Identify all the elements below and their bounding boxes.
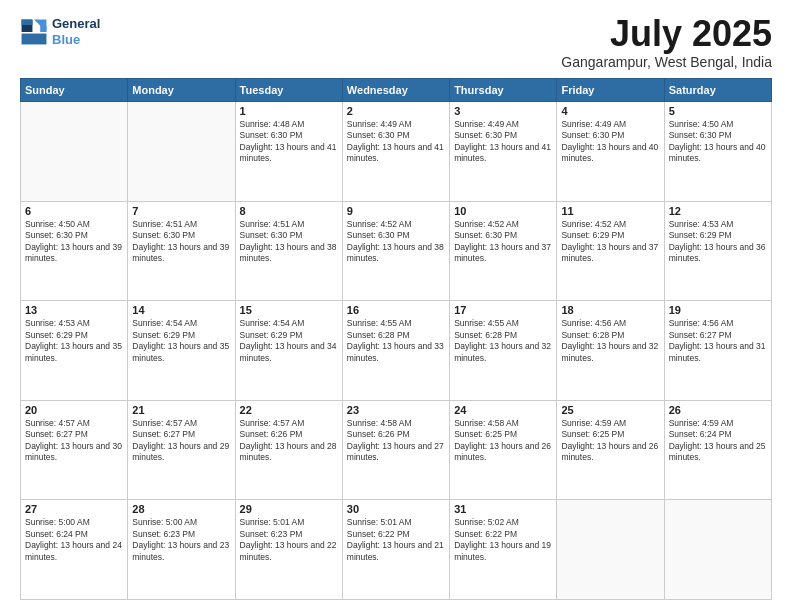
day-info: Sunrise: 4:50 AMSunset: 6:30 PMDaylight:…	[25, 219, 123, 265]
table-row	[557, 500, 664, 600]
day-info: Sunrise: 4:49 AMSunset: 6:30 PMDaylight:…	[454, 119, 552, 165]
day-number: 7	[132, 205, 230, 217]
day-info: Sunrise: 4:52 AMSunset: 6:29 PMDaylight:…	[561, 219, 659, 265]
day-info: Sunrise: 4:54 AMSunset: 6:29 PMDaylight:…	[240, 318, 338, 364]
table-row: 2Sunrise: 4:49 AMSunset: 6:30 PMDaylight…	[342, 102, 449, 202]
table-row	[664, 500, 771, 600]
table-row: 9Sunrise: 4:52 AMSunset: 6:30 PMDaylight…	[342, 201, 449, 301]
table-row: 14Sunrise: 4:54 AMSunset: 6:29 PMDayligh…	[128, 301, 235, 401]
day-number: 5	[669, 105, 767, 117]
table-row: 21Sunrise: 4:57 AMSunset: 6:27 PMDayligh…	[128, 400, 235, 500]
day-info: Sunrise: 4:56 AMSunset: 6:27 PMDaylight:…	[669, 318, 767, 364]
table-row: 18Sunrise: 4:56 AMSunset: 6:28 PMDayligh…	[557, 301, 664, 401]
day-number: 3	[454, 105, 552, 117]
header-thursday: Thursday	[450, 79, 557, 102]
logo-text: General Blue	[52, 16, 100, 47]
day-info: Sunrise: 4:52 AMSunset: 6:30 PMDaylight:…	[454, 219, 552, 265]
day-number: 9	[347, 205, 445, 217]
day-number: 1	[240, 105, 338, 117]
calendar-table: Sunday Monday Tuesday Wednesday Thursday…	[20, 78, 772, 600]
logo-icon	[20, 18, 48, 46]
day-number: 11	[561, 205, 659, 217]
calendar-week-row: 1Sunrise: 4:48 AMSunset: 6:30 PMDaylight…	[21, 102, 772, 202]
day-info: Sunrise: 4:49 AMSunset: 6:30 PMDaylight:…	[561, 119, 659, 165]
day-number: 27	[25, 503, 123, 515]
day-info: Sunrise: 5:00 AMSunset: 6:23 PMDaylight:…	[132, 517, 230, 563]
table-row: 3Sunrise: 4:49 AMSunset: 6:30 PMDaylight…	[450, 102, 557, 202]
location: Gangarampur, West Bengal, India	[561, 54, 772, 70]
table-row: 11Sunrise: 4:52 AMSunset: 6:29 PMDayligh…	[557, 201, 664, 301]
table-row: 12Sunrise: 4:53 AMSunset: 6:29 PMDayligh…	[664, 201, 771, 301]
header-sunday: Sunday	[21, 79, 128, 102]
day-number: 26	[669, 404, 767, 416]
day-info: Sunrise: 4:58 AMSunset: 6:26 PMDaylight:…	[347, 418, 445, 464]
day-info: Sunrise: 4:50 AMSunset: 6:30 PMDaylight:…	[669, 119, 767, 165]
table-row: 26Sunrise: 4:59 AMSunset: 6:24 PMDayligh…	[664, 400, 771, 500]
day-number: 21	[132, 404, 230, 416]
day-info: Sunrise: 5:00 AMSunset: 6:24 PMDaylight:…	[25, 517, 123, 563]
table-row: 19Sunrise: 4:56 AMSunset: 6:27 PMDayligh…	[664, 301, 771, 401]
calendar-header-row: Sunday Monday Tuesday Wednesday Thursday…	[21, 79, 772, 102]
day-info: Sunrise: 4:57 AMSunset: 6:27 PMDaylight:…	[132, 418, 230, 464]
day-info: Sunrise: 4:59 AMSunset: 6:25 PMDaylight:…	[561, 418, 659, 464]
day-info: Sunrise: 4:51 AMSunset: 6:30 PMDaylight:…	[240, 219, 338, 265]
logo-line2: Blue	[52, 32, 100, 48]
table-row: 30Sunrise: 5:01 AMSunset: 6:22 PMDayligh…	[342, 500, 449, 600]
day-number: 24	[454, 404, 552, 416]
day-number: 28	[132, 503, 230, 515]
table-row: 8Sunrise: 4:51 AMSunset: 6:30 PMDaylight…	[235, 201, 342, 301]
day-info: Sunrise: 4:56 AMSunset: 6:28 PMDaylight:…	[561, 318, 659, 364]
day-info: Sunrise: 5:01 AMSunset: 6:22 PMDaylight:…	[347, 517, 445, 563]
calendar-week-row: 13Sunrise: 4:53 AMSunset: 6:29 PMDayligh…	[21, 301, 772, 401]
day-info: Sunrise: 4:52 AMSunset: 6:30 PMDaylight:…	[347, 219, 445, 265]
day-number: 22	[240, 404, 338, 416]
page: General Blue July 2025 Gangarampur, West…	[0, 0, 792, 612]
table-row: 25Sunrise: 4:59 AMSunset: 6:25 PMDayligh…	[557, 400, 664, 500]
day-info: Sunrise: 4:57 AMSunset: 6:27 PMDaylight:…	[25, 418, 123, 464]
month-year: July 2025	[561, 16, 772, 52]
day-number: 8	[240, 205, 338, 217]
day-number: 29	[240, 503, 338, 515]
title-section: July 2025 Gangarampur, West Bengal, Indi…	[561, 16, 772, 70]
day-number: 19	[669, 304, 767, 316]
calendar-week-row: 27Sunrise: 5:00 AMSunset: 6:24 PMDayligh…	[21, 500, 772, 600]
logo-line1: General	[52, 16, 100, 32]
table-row: 4Sunrise: 4:49 AMSunset: 6:30 PMDaylight…	[557, 102, 664, 202]
day-info: Sunrise: 4:54 AMSunset: 6:29 PMDaylight:…	[132, 318, 230, 364]
day-info: Sunrise: 5:02 AMSunset: 6:22 PMDaylight:…	[454, 517, 552, 563]
header-monday: Monday	[128, 79, 235, 102]
calendar-week-row: 20Sunrise: 4:57 AMSunset: 6:27 PMDayligh…	[21, 400, 772, 500]
day-info: Sunrise: 4:48 AMSunset: 6:30 PMDaylight:…	[240, 119, 338, 165]
table-row: 31Sunrise: 5:02 AMSunset: 6:22 PMDayligh…	[450, 500, 557, 600]
day-info: Sunrise: 4:53 AMSunset: 6:29 PMDaylight:…	[669, 219, 767, 265]
day-number: 20	[25, 404, 123, 416]
header-tuesday: Tuesday	[235, 79, 342, 102]
table-row: 29Sunrise: 5:01 AMSunset: 6:23 PMDayligh…	[235, 500, 342, 600]
table-row: 20Sunrise: 4:57 AMSunset: 6:27 PMDayligh…	[21, 400, 128, 500]
day-info: Sunrise: 5:01 AMSunset: 6:23 PMDaylight:…	[240, 517, 338, 563]
table-row: 27Sunrise: 5:00 AMSunset: 6:24 PMDayligh…	[21, 500, 128, 600]
day-number: 4	[561, 105, 659, 117]
table-row: 15Sunrise: 4:54 AMSunset: 6:29 PMDayligh…	[235, 301, 342, 401]
day-info: Sunrise: 4:59 AMSunset: 6:24 PMDaylight:…	[669, 418, 767, 464]
table-row: 23Sunrise: 4:58 AMSunset: 6:26 PMDayligh…	[342, 400, 449, 500]
header-saturday: Saturday	[664, 79, 771, 102]
day-info: Sunrise: 4:49 AMSunset: 6:30 PMDaylight:…	[347, 119, 445, 165]
day-info: Sunrise: 4:55 AMSunset: 6:28 PMDaylight:…	[347, 318, 445, 364]
day-info: Sunrise: 4:57 AMSunset: 6:26 PMDaylight:…	[240, 418, 338, 464]
table-row: 17Sunrise: 4:55 AMSunset: 6:28 PMDayligh…	[450, 301, 557, 401]
day-number: 30	[347, 503, 445, 515]
table-row: 28Sunrise: 5:00 AMSunset: 6:23 PMDayligh…	[128, 500, 235, 600]
svg-marker-6	[40, 25, 46, 31]
day-number: 14	[132, 304, 230, 316]
table-row: 10Sunrise: 4:52 AMSunset: 6:30 PMDayligh…	[450, 201, 557, 301]
table-row: 6Sunrise: 4:50 AMSunset: 6:30 PMDaylight…	[21, 201, 128, 301]
day-number: 10	[454, 205, 552, 217]
table-row: 24Sunrise: 4:58 AMSunset: 6:25 PMDayligh…	[450, 400, 557, 500]
day-number: 17	[454, 304, 552, 316]
day-info: Sunrise: 4:55 AMSunset: 6:28 PMDaylight:…	[454, 318, 552, 364]
table-row	[128, 102, 235, 202]
calendar-week-row: 6Sunrise: 4:50 AMSunset: 6:30 PMDaylight…	[21, 201, 772, 301]
header: General Blue July 2025 Gangarampur, West…	[20, 16, 772, 70]
day-number: 18	[561, 304, 659, 316]
